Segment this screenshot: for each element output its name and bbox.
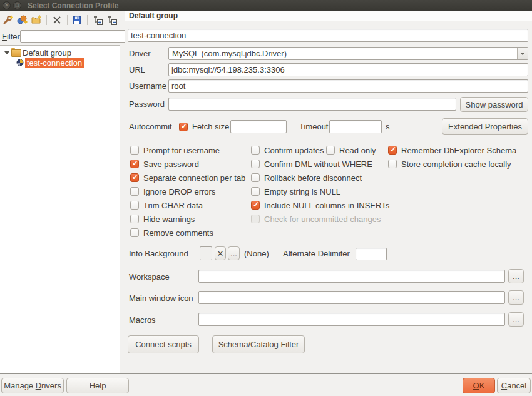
- info-background-clear-button[interactable]: ✕: [215, 246, 226, 260]
- checkbox-box[interactable]: [130, 160, 139, 168]
- tree-profile-row[interactable]: test-connection: [0, 58, 120, 68]
- ok-button[interactable]: OK: [463, 378, 495, 393]
- checkbox-label: Store completion cache locally: [401, 160, 511, 169]
- alternate-delimiter-input[interactable]: [356, 248, 387, 260]
- checkbox-separate-connection-per-tab[interactable]: Separate connection per tab: [130, 171, 245, 185]
- checkbox-box[interactable]: [326, 146, 335, 155]
- workspace-browse-button[interactable]: ...: [508, 269, 524, 283]
- checkbox-read-only[interactable]: Read only: [326, 143, 376, 157]
- copy-profile-button[interactable]: [16, 14, 28, 26]
- main-window-icon-input[interactable]: [198, 291, 505, 304]
- checkbox-rollback-before-disconnect[interactable]: Rollback before disconnect: [251, 171, 389, 185]
- checkbox-include-null-columns-in-inserts[interactable]: Include NULL columns in INSERTs: [251, 198, 389, 212]
- info-background-label: Info Background: [129, 246, 188, 261]
- checkbox-trim-char-data[interactable]: Trim CHAR data: [130, 198, 245, 212]
- save-profiles-button[interactable]: [71, 14, 83, 26]
- tree-group-label[interactable]: Default group: [23, 48, 71, 58]
- checkbox-label: Save password: [143, 160, 199, 169]
- checkbox-box[interactable]: [130, 215, 139, 223]
- collapse-all-button[interactable]: [106, 14, 118, 26]
- autocommit-checkbox[interactable]: [179, 120, 188, 133]
- checkbox-box[interactable]: [130, 228, 139, 237]
- checkbox-label: Empty string is NULL: [264, 187, 340, 196]
- filter-row: Filter: [0, 29, 120, 44]
- tree-profile-label[interactable]: test-connection: [25, 58, 84, 68]
- checkbox-box: [251, 215, 260, 223]
- checkbox-label: Confirm DML without WHERE: [264, 160, 372, 169]
- checkbox-hide-warnings[interactable]: Hide warnings: [130, 212, 245, 226]
- autocommit-label: Autocommit: [129, 120, 172, 133]
- timeout-unit: s: [386, 120, 390, 133]
- new-group-button[interactable]: [31, 14, 42, 26]
- show-password-button[interactable]: Show password: [460, 97, 528, 112]
- close-window-button[interactable]: ✕: [3, 1, 11, 9]
- macros-input[interactable]: [198, 313, 505, 326]
- checkbox-box[interactable]: [251, 160, 260, 168]
- profile-tree[interactable]: Default group test-connection: [0, 45, 120, 373]
- checkbox-remove-comments[interactable]: Remove comments: [130, 226, 245, 240]
- macros-browse-button[interactable]: ...: [508, 312, 524, 327]
- checkbox-label: Include NULL columns in INSERTs: [264, 201, 389, 210]
- checkbox-box[interactable]: [388, 160, 397, 168]
- checkbox-box[interactable]: [251, 146, 260, 155]
- filter-input[interactable]: [20, 30, 136, 43]
- checkbox-check-for-uncommitted-changes: Check for uncommitted changes: [251, 212, 389, 226]
- password-input[interactable]: [168, 98, 456, 111]
- checkbox-label: Prompt for username: [143, 146, 220, 155]
- checkbox-box[interactable]: [130, 146, 139, 155]
- main-window-icon-browse-button[interactable]: ...: [508, 290, 524, 305]
- checkbox-box[interactable]: [130, 187, 139, 196]
- checkbox-confirm-updates[interactable]: Confirm updates: [251, 143, 326, 157]
- workspace-input[interactable]: [198, 270, 505, 283]
- driver-select[interactable]: MySQL (com.mysql.jdbc.Driver): [168, 47, 528, 60]
- new-profile-icon: [2, 14, 13, 26]
- info-background-pick-button[interactable]: ...: [228, 246, 240, 260]
- new-folder-icon: [31, 14, 42, 26]
- checkbox-remember-dbexplorer-schema[interactable]: Remember DbExplorer Schema: [388, 143, 516, 157]
- password-label: Password: [129, 98, 165, 111]
- checkbox-save-password[interactable]: Save password: [130, 157, 245, 171]
- checkbox-ignore-drop-errors[interactable]: Ignore DROP errors: [130, 185, 245, 198]
- cancel-button[interactable]: Cancel: [497, 378, 531, 393]
- dropdown-button[interactable]: [517, 48, 528, 59]
- collapse-tree-icon: [106, 14, 118, 26]
- checkbox-label: Check for uncommitted changes: [264, 215, 381, 224]
- extended-properties-button[interactable]: Extended Properties: [442, 118, 528, 135]
- timeout-input[interactable]: [329, 120, 382, 133]
- tree-group-row[interactable]: Default group: [0, 48, 120, 58]
- workspace-label: Workspace: [129, 270, 170, 284]
- url-input[interactable]: [168, 63, 528, 76]
- chevron-down-icon: [520, 53, 525, 55]
- info-background-none-value: (None): [244, 246, 269, 261]
- checkbox-confirm-dml-without-where[interactable]: Confirm DML without WHERE: [251, 157, 389, 171]
- fetch-size-input[interactable]: [230, 120, 287, 133]
- connect-scripts-button[interactable]: Connect scripts: [128, 335, 199, 353]
- schema-catalog-filter-button[interactable]: Schema/Catalog Filter: [212, 335, 305, 353]
- expand-all-button[interactable]: [92, 14, 103, 26]
- checkbox-label: Ignore DROP errors: [143, 187, 215, 196]
- username-input[interactable]: [168, 79, 528, 93]
- checkbox-box[interactable]: [130, 173, 139, 182]
- expand-tree-icon: [92, 14, 103, 26]
- checkbox-box[interactable]: [251, 173, 260, 182]
- checkbox-prompt-for-username[interactable]: Prompt for username: [130, 143, 245, 157]
- macros-label: Macros: [129, 313, 156, 327]
- checkbox-label: Read only: [339, 146, 376, 155]
- timeout-label: Timeout: [299, 120, 328, 133]
- info-background-swatch[interactable]: [200, 246, 212, 260]
- checkbox-box[interactable]: [388, 146, 397, 155]
- checkbox-empty-string-is-null[interactable]: Empty string is NULL: [251, 185, 389, 198]
- restore-window-button[interactable]: ❐: [13, 1, 21, 9]
- checkbox-box[interactable]: [130, 201, 139, 210]
- manage-drivers-button[interactable]: Manage Drivers: [1, 378, 64, 393]
- checkbox-store-completion-cache-locally[interactable]: Store completion cache locally: [388, 157, 516, 171]
- help-button[interactable]: Help: [66, 378, 129, 393]
- expander-icon[interactable]: [4, 51, 9, 54]
- checkbox-box[interactable]: [251, 187, 260, 196]
- profile-name-input[interactable]: [128, 29, 528, 42]
- checkbox-label: Confirm updates: [264, 146, 324, 155]
- new-profile-button[interactable]: [2, 14, 13, 26]
- checkbox-box[interactable]: [251, 201, 260, 210]
- delete-profile-button[interactable]: [51, 14, 63, 26]
- checkbox-box[interactable]: [179, 123, 188, 131]
